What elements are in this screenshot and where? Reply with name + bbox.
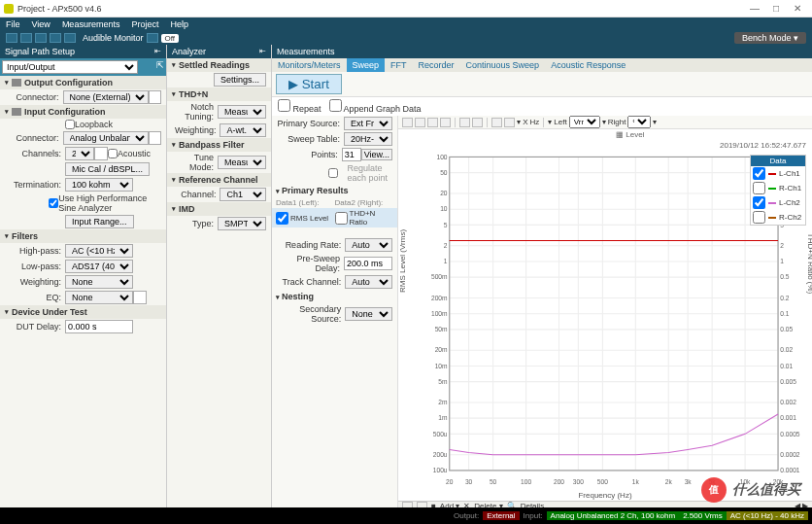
in-connector-select[interactable]: Analog Unbalanced bbox=[63, 131, 149, 145]
svg-text:0.5: 0.5 bbox=[780, 273, 790, 280]
level-label: Level bbox=[626, 130, 644, 139]
delete-button[interactable]: Delete ▾ bbox=[474, 502, 502, 507]
output-config-section[interactable]: Output Configuration bbox=[0, 76, 166, 89]
zoom-icon[interactable] bbox=[402, 118, 413, 127]
tab-fft[interactable]: FFT bbox=[385, 58, 413, 72]
collapse-icon[interactable]: ⇤ bbox=[259, 47, 266, 56]
channels-select[interactable]: 2 bbox=[65, 147, 94, 160]
start-button[interactable]: Start bbox=[276, 74, 342, 94]
termination-select[interactable]: 100 kohm bbox=[65, 178, 133, 192]
svg-text:2m: 2m bbox=[438, 399, 448, 405]
dut-delay-input[interactable] bbox=[65, 320, 133, 333]
view-button[interactable]: View... bbox=[361, 149, 392, 160]
details-button[interactable]: Details bbox=[521, 502, 544, 507]
pan-icon[interactable] bbox=[415, 118, 425, 127]
menu-project[interactable]: Project bbox=[131, 19, 158, 29]
legend-ch2r-check[interactable] bbox=[753, 211, 765, 224]
out-connector-select[interactable]: None (External) bbox=[63, 90, 149, 104]
maximize-button[interactable]: □ bbox=[765, 3, 787, 14]
minimize-button[interactable]: — bbox=[744, 3, 765, 14]
eq-btn[interactable] bbox=[133, 291, 147, 304]
filters-section[interactable]: Filters bbox=[0, 229, 166, 243]
off-pill[interactable]: Off bbox=[161, 34, 180, 43]
tab-recorder[interactable]: Recorder bbox=[413, 58, 460, 72]
sweep-table-select[interactable]: 20Hz-20kHz 1/3 bbox=[344, 132, 392, 146]
marker-icon[interactable] bbox=[459, 118, 470, 127]
dut-section[interactable]: Device Under Test bbox=[0, 305, 166, 319]
left-unit-select[interactable]: Vrms bbox=[569, 116, 600, 128]
expand-icon[interactable]: ⇱ bbox=[156, 60, 164, 70]
track-select[interactable]: Auto bbox=[345, 275, 392, 289]
redo-icon[interactable] bbox=[35, 33, 47, 43]
settings-button[interactable]: Settings... bbox=[214, 73, 266, 87]
fit-icon[interactable] bbox=[491, 118, 502, 127]
copy-icon[interactable] bbox=[50, 33, 61, 43]
legend-ch1l-check[interactable] bbox=[753, 167, 765, 180]
svg-text:0.02: 0.02 bbox=[780, 346, 793, 353]
tab-acoustic[interactable]: Acoustic Response bbox=[545, 58, 631, 72]
weighting-select[interactable]: None bbox=[65, 275, 133, 289]
input-config-section[interactable]: Input Configuration bbox=[0, 105, 166, 119]
tool-icon[interactable] bbox=[64, 33, 76, 43]
ch-btn[interactable] bbox=[94, 147, 108, 160]
reading-rate-select[interactable]: Auto bbox=[345, 238, 392, 252]
thdn-ratio-check[interactable]: THD+N Ratio bbox=[335, 209, 394, 227]
tune-select[interactable]: Measured Freque bbox=[218, 156, 266, 169]
menu-view[interactable]: View bbox=[32, 19, 51, 29]
ch-select[interactable]: Ch1 bbox=[220, 188, 266, 201]
notch-select[interactable]: Measured Freque bbox=[218, 105, 266, 119]
regulate-check[interactable] bbox=[319, 168, 347, 178]
nesting-section[interactable]: Nesting bbox=[272, 290, 397, 303]
tab-continuous[interactable]: Continuous Sweep bbox=[460, 58, 546, 72]
input-range-button[interactable]: Input Range... bbox=[65, 215, 134, 228]
save-icon[interactable] bbox=[6, 33, 17, 43]
highpass-select[interactable]: AC (<10 Hz) bbox=[65, 244, 133, 258]
acoustic-check[interactable] bbox=[108, 149, 118, 158]
bandpass-section[interactable]: Bandpass Filter bbox=[167, 138, 271, 152]
export-icon[interactable] bbox=[472, 118, 483, 127]
points-input[interactable] bbox=[342, 148, 361, 161]
undo-icon[interactable] bbox=[20, 33, 32, 43]
bench-mode-button[interactable]: Bench Mode ▾ bbox=[734, 32, 806, 44]
hiperf-check[interactable] bbox=[49, 198, 58, 208]
add-button[interactable]: Add ▾ bbox=[440, 502, 459, 507]
tab-monitors[interactable]: Monitors/Meters bbox=[272, 58, 347, 72]
right-unit-select[interactable]: % bbox=[627, 116, 651, 128]
scale-icon[interactable] bbox=[504, 118, 515, 127]
repeat-check[interactable]: Repeat bbox=[278, 99, 321, 114]
grid-icon[interactable] bbox=[440, 118, 451, 127]
lowpass-select[interactable]: ADS17 (40 kHz) bbox=[65, 260, 133, 273]
cursor-icon[interactable] bbox=[427, 118, 438, 127]
secondary-select[interactable]: None bbox=[345, 307, 392, 321]
loopback-check[interactable] bbox=[65, 120, 75, 129]
grid-icon2[interactable] bbox=[402, 502, 413, 507]
mic-cal-button[interactable]: Mic Cal / dBSPL... bbox=[65, 162, 150, 176]
svg-text:0.05: 0.05 bbox=[780, 326, 793, 332]
imd-section[interactable]: IMD bbox=[167, 202, 271, 216]
legend-ch2l-check[interactable] bbox=[753, 196, 765, 209]
ref-section[interactable]: Reference Channel bbox=[167, 173, 271, 187]
menu-help[interactable]: Help bbox=[170, 19, 188, 29]
settled-section[interactable]: Settled Readings bbox=[167, 58, 271, 72]
tab-sweep[interactable]: Sweep bbox=[347, 58, 386, 72]
connector-btn[interactable] bbox=[149, 90, 161, 104]
imd-type-select[interactable]: SMPTE/DIN bbox=[218, 217, 266, 230]
in-connector-btn[interactable] bbox=[149, 131, 161, 145]
svg-text:0.0001: 0.0001 bbox=[780, 467, 800, 473]
list-icon[interactable] bbox=[417, 502, 427, 507]
legend-ch1r-check[interactable] bbox=[753, 182, 765, 194]
thdn-section[interactable]: THD+N bbox=[167, 87, 271, 101]
menu-file[interactable]: File bbox=[6, 19, 20, 29]
append-check[interactable]: Append Graph Data bbox=[329, 99, 422, 114]
rms-level-check[interactable]: RMS Level bbox=[276, 209, 335, 227]
presweep-input[interactable] bbox=[344, 257, 392, 270]
io-selector[interactable]: Input/Output bbox=[2, 60, 138, 74]
primary-results-section[interactable]: Primary Results bbox=[272, 184, 397, 197]
eq-select[interactable]: None bbox=[65, 291, 133, 304]
close-button[interactable]: ✕ bbox=[787, 3, 808, 14]
speaker-icon[interactable] bbox=[147, 33, 158, 43]
collapse-icon[interactable]: ⇤ bbox=[154, 47, 161, 56]
menu-measurements[interactable]: Measurements bbox=[62, 19, 120, 29]
primary-src-select[interactable]: Ext Frequency bbox=[344, 117, 392, 130]
an-wt-select[interactable]: A-wt. bbox=[220, 123, 266, 137]
